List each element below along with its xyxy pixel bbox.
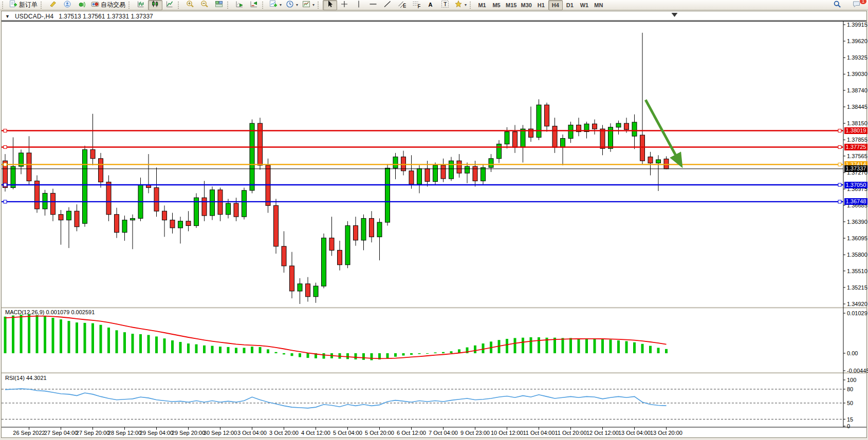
- channel-tool-button[interactable]: E: [395, 0, 409, 10]
- toolbar-grip: [41, 2, 44, 9]
- clock-icon: [286, 0, 294, 10]
- price-tag: 1.37725: [844, 144, 867, 150]
- fibonacci-tool-button[interactable]: F: [409, 0, 423, 10]
- toolbar-grip: [470, 2, 473, 9]
- chevron-down-icon: ▾: [312, 3, 315, 7]
- macd-label: MACD(12,26,9) 0.001079 0.002591: [5, 309, 95, 315]
- notification-badge: 1: [859, 0, 867, 5]
- chart-ohlc-values: 1.37513 1.37561 1.37331 1.37337: [59, 13, 153, 20]
- template-icon: [302, 0, 310, 10]
- button-label: M1: [478, 2, 486, 8]
- new-order-icon: [9, 0, 17, 10]
- zoom-out-button[interactable]: [197, 0, 212, 10]
- chart-titlebar[interactable]: ▼ USDCAD-,H4 1.37513 1.37561 1.37331 1.3…: [2, 11, 866, 22]
- vline-icon: [355, 0, 363, 10]
- label-tool-button[interactable]: T: [438, 0, 452, 10]
- cloud-user-icon: [63, 0, 71, 10]
- toolbar-grip: [227, 2, 231, 9]
- toolbar-grip: [318, 2, 321, 9]
- timeframe-h1-button[interactable]: H1: [534, 0, 548, 10]
- line-chart-icon: [165, 0, 174, 10]
- zoom-in-icon: [186, 0, 194, 10]
- crosshair-icon: [340, 0, 348, 10]
- vline-tool-button[interactable]: [352, 0, 366, 10]
- price-tag: 1.38019: [844, 127, 867, 134]
- button-label: M30: [521, 2, 531, 8]
- broadcast-button[interactable]: [75, 0, 89, 10]
- chevron-down-icon: ▾: [296, 3, 298, 7]
- line-chart-mode-button[interactable]: [162, 0, 177, 10]
- button-label: M15: [506, 2, 516, 8]
- toolbar-grip: [128, 2, 132, 9]
- price-tag: 1.37050: [844, 182, 867, 188]
- autotrading-button[interactable]: 自动交易: [89, 0, 127, 10]
- zoom-in-button[interactable]: [183, 0, 197, 10]
- fibo-icon: F: [412, 0, 420, 10]
- metaeditor-button[interactable]: [46, 0, 60, 10]
- new-chart-icon: [269, 0, 278, 10]
- button-label: H1: [538, 2, 545, 8]
- chart-shift-button[interactable]: [247, 0, 261, 10]
- timeframe-m1-button[interactable]: M1: [475, 0, 489, 10]
- autotrade-icon: [91, 0, 99, 10]
- pencil-icon: [49, 0, 57, 10]
- price-tag: 1.37337: [844, 165, 867, 172]
- toolbar-grip: [262, 2, 266, 9]
- tile-windows-button[interactable]: [212, 0, 226, 10]
- shapes-tool-button[interactable]: ▾: [452, 0, 469, 10]
- new-order-button[interactable]: 新订单: [7, 0, 40, 10]
- button-label: 自动交易: [101, 1, 125, 9]
- chart-shift-icon: [250, 0, 258, 10]
- button-label: MN: [594, 2, 603, 8]
- price-tag: 1.36748: [844, 198, 867, 205]
- timeframe-m30-button[interactable]: M30: [519, 0, 533, 10]
- rsi-label: RSI(14) 44.3021: [5, 375, 47, 381]
- candle-chart-icon: [151, 0, 159, 10]
- chart-window[interactable]: ▼ USDCAD-,H4 1.37513 1.37561 1.37331 1.3…: [1, 11, 867, 438]
- timeframe-h4-button[interactable]: H4: [548, 0, 563, 10]
- community-button[interactable]: [60, 0, 75, 10]
- trendline-tool-button[interactable]: [380, 0, 395, 10]
- label-t-icon: T: [441, 0, 449, 10]
- toolbar-right: 1: [830, 0, 864, 10]
- search-button[interactable]: [830, 0, 844, 10]
- search-icon: [833, 0, 841, 10]
- svg-text:A: A: [429, 2, 433, 8]
- crosshair-tool-button[interactable]: [337, 0, 352, 10]
- shapes-icon: [454, 0, 463, 10]
- candlestick-mode-button[interactable]: [148, 0, 162, 10]
- templates-button[interactable]: ▾: [300, 0, 317, 10]
- chat-button[interactable]: 1: [849, 0, 864, 10]
- timeframe-mn-button[interactable]: MN: [592, 0, 606, 10]
- bar-chart-icon: [137, 0, 145, 10]
- button-label: 新订单: [19, 1, 38, 9]
- timeframe-m5-button[interactable]: M5: [489, 0, 504, 10]
- toolbar-grip: [2, 2, 6, 9]
- collapse-icon[interactable]: ▼: [5, 14, 10, 19]
- autoscroll-icon: [235, 0, 244, 10]
- periods-button[interactable]: ▾: [284, 0, 300, 10]
- auto-scroll-button[interactable]: [232, 0, 247, 10]
- text-tool-button[interactable]: A: [423, 0, 438, 10]
- channel-icon: E: [398, 0, 406, 10]
- button-label: H4: [552, 2, 559, 8]
- button-label: D1: [566, 2, 574, 8]
- svg-text:T: T: [444, 1, 447, 7]
- timeframe-m15-button[interactable]: M15: [504, 0, 519, 10]
- timeframe-d1-button[interactable]: D1: [563, 0, 577, 10]
- button-label: W1: [580, 2, 589, 8]
- new-chart-button[interactable]: ▾: [267, 0, 284, 10]
- hline-tool-button[interactable]: [366, 0, 380, 10]
- zoom-out-icon: [200, 0, 209, 10]
- timeframe-w1-button[interactable]: W1: [577, 0, 592, 10]
- cursor-tool-button[interactable]: [323, 0, 337, 10]
- bar-chart-mode-button[interactable]: [134, 0, 148, 10]
- trendline-icon: [383, 0, 392, 10]
- text-a-icon: A: [427, 0, 435, 10]
- button-label: M5: [492, 2, 500, 8]
- chart-symbol-period: USDCAD-,H4: [15, 13, 53, 20]
- chevron-down-icon: ▾: [465, 3, 467, 7]
- hline-icon: [369, 0, 377, 10]
- broadcast-icon: [78, 0, 86, 10]
- cursor-icon: [326, 0, 334, 10]
